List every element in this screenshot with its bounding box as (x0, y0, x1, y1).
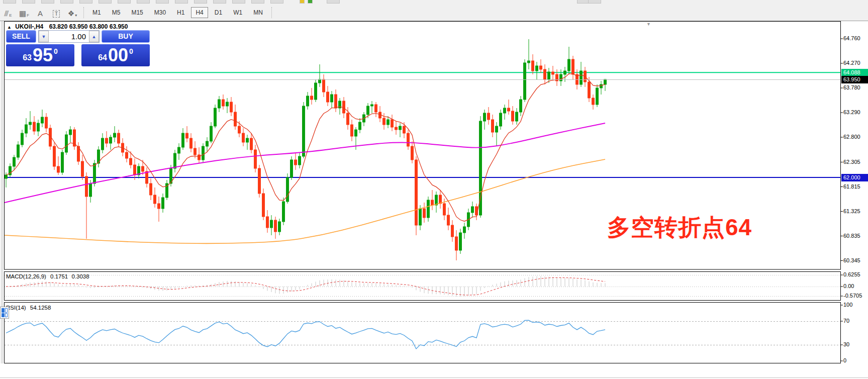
candle-body (262, 194, 265, 217)
macd-scale-label: -0.5705 (843, 293, 862, 299)
candle-body (126, 152, 128, 158)
volume-input[interactable] (49, 31, 89, 42)
buy-price-small: 64 (98, 53, 107, 62)
candle-body (202, 146, 205, 160)
macd-scale-label: 0.00 (843, 283, 854, 289)
candle-body (250, 138, 253, 150)
candle-body (98, 150, 100, 163)
candle-body (106, 138, 108, 143)
ma-fast-line[interactable] (6, 74, 605, 222)
candle-body (592, 98, 595, 105)
candle-body (61, 152, 64, 172)
candle-body (524, 63, 526, 100)
panel-collapse-icon[interactable]: ▼ (646, 22, 651, 27)
candle-body (214, 108, 217, 126)
candle-body (552, 72, 554, 74)
buy-button[interactable]: BUY (102, 30, 150, 43)
candle-body (568, 59, 570, 71)
candle-body (307, 96, 309, 106)
dock-panel-icon[interactable] (0, 307, 9, 319)
candle-body (395, 127, 398, 130)
candle-body (194, 148, 197, 155)
ma-slow-line[interactable] (5, 159, 605, 243)
symbol-period-label: UKOil-,H4 (15, 23, 43, 30)
price-axis-label: 64.760 (843, 35, 860, 41)
chart-window: ▲ UKOil-,H4 63.820 63.950 63.800 63.950 … (0, 0, 868, 379)
candle-body (65, 135, 68, 152)
candle-body (122, 143, 124, 152)
candle-body (343, 101, 345, 113)
candle-body (347, 113, 349, 125)
rsi-panel-frame (5, 303, 841, 363)
rsi-value: 54.1258 (30, 305, 51, 311)
candle-body (73, 130, 76, 146)
chart-title: ▲ UKOil-,H4 63.820 63.950 63.800 63.950 (7, 23, 128, 30)
candle-body (544, 69, 546, 79)
candle-body (162, 198, 164, 209)
candle-body (182, 133, 184, 147)
sell-button[interactable]: SELL (6, 30, 36, 43)
candle-body (604, 79, 607, 84)
candle-body (532, 61, 534, 71)
window-edge-line (1, 21, 2, 377)
candle-body (266, 217, 269, 228)
candle-body (17, 145, 20, 157)
volume-down-button[interactable]: ▼ (39, 31, 49, 42)
candle-body (399, 126, 402, 130)
candle-body (102, 138, 104, 150)
candle-body (415, 160, 418, 225)
candle-body (475, 207, 478, 215)
candle-body (206, 141, 209, 146)
candle-body (355, 130, 357, 136)
rsi-scale-label: 30 (843, 341, 849, 347)
candle-body (323, 79, 325, 92)
candle-body (383, 118, 385, 125)
candle-body (158, 204, 160, 209)
candle-body (319, 79, 321, 83)
candle-body (459, 233, 462, 250)
candle-body (403, 126, 406, 133)
buy-price-display[interactable]: 64 00 0 (81, 44, 150, 66)
volume-up-button[interactable]: ▲ (89, 31, 99, 42)
collapse-arrow-icon[interactable]: ▲ (7, 25, 12, 30)
candle-body (471, 207, 474, 213)
price-axis-label: 60.345 (843, 257, 860, 263)
candle-body (303, 106, 305, 156)
candle-body (588, 82, 591, 98)
candle-body (327, 92, 329, 102)
time-axis[interactable]: 4 Nov 20196 Nov 21:008 Nov 21:0012 Nov 1… (0, 363, 868, 377)
candle-body (331, 94, 333, 102)
macd-scale-label: 0.6255 (843, 271, 860, 277)
rsi-scale-label: 0 (843, 357, 846, 363)
candle-body (584, 71, 587, 82)
candle-body (379, 112, 381, 118)
candle-body (564, 71, 566, 74)
candle-body (178, 147, 180, 153)
candle-body (540, 66, 542, 69)
candle-body (81, 161, 84, 176)
sell-price-small: 63 (23, 53, 32, 62)
candle-body (488, 113, 490, 120)
candle-body (508, 108, 510, 111)
candle-body (69, 130, 72, 135)
sell-price-sup: 0 (54, 47, 58, 55)
candle-body (230, 102, 233, 112)
candle-body (496, 126, 498, 132)
rsi-scale-label: 100 (843, 302, 852, 308)
candle-body (37, 123, 40, 131)
candle-body (427, 200, 430, 218)
price-badge-63.950: 63.950 (841, 76, 868, 83)
candle-body (295, 160, 297, 165)
candle-body (443, 204, 446, 215)
price-badge-62.000: 62.000 (841, 174, 868, 181)
candle-body (77, 146, 80, 161)
sell-price-display[interactable]: 63 95 0 (6, 44, 74, 66)
candle-body (270, 220, 273, 228)
candle-body (520, 100, 522, 112)
candle-body (492, 120, 494, 132)
candle-body (89, 183, 92, 197)
candle-body (435, 195, 438, 205)
macd-label: MACD(12,26,9) 0.1751 0.3038 (6, 273, 89, 279)
ma-medium-line[interactable] (5, 123, 605, 203)
candle-body (41, 117, 44, 123)
